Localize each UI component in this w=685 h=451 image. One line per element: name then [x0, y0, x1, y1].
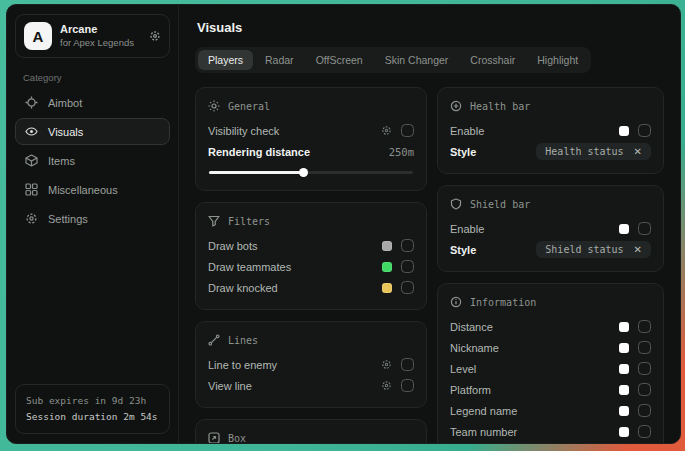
- app-subtitle: for Apex Legends: [60, 37, 141, 49]
- crosshair-icon: [25, 96, 38, 109]
- shield-enable-checkbox[interactable]: [638, 222, 651, 235]
- tab-skin-changer[interactable]: Skin Changer: [375, 50, 459, 70]
- sidebar-item-aimbot[interactable]: Aimbot: [15, 89, 170, 116]
- platform-checkbox[interactable]: [638, 383, 651, 396]
- setting-row-legend-name: Legend name: [450, 400, 651, 421]
- app-logo: A: [24, 22, 52, 50]
- sidebar-item-label: Items: [48, 155, 75, 167]
- card-box: Box Enable Enable background: [195, 419, 427, 444]
- slider-thumb[interactable]: [299, 168, 308, 177]
- subscription-info: Sub expires in 9d 23h Session duration 2…: [15, 384, 170, 434]
- brand-card: A Arcane for Apex Legends: [15, 14, 170, 58]
- line-icon: [208, 334, 220, 346]
- category-label: Category: [23, 72, 170, 83]
- gear-icon[interactable]: [381, 125, 392, 136]
- tab-highlight[interactable]: Highlight: [527, 50, 588, 70]
- tab-players[interactable]: Players: [198, 50, 253, 70]
- clear-icon[interactable]: ✕: [634, 245, 642, 255]
- setting-row-distance: Distance: [450, 316, 651, 337]
- clear-icon[interactable]: ✕: [634, 147, 642, 157]
- visibility-check-checkbox[interactable]: [401, 124, 414, 137]
- setting-row-draw-knocked: Draw knocked: [208, 277, 414, 298]
- color-swatch[interactable]: [382, 283, 392, 293]
- info-icon: [450, 296, 462, 308]
- grid-icon: [25, 183, 38, 196]
- distance-value: 250m: [389, 146, 414, 158]
- view-line-checkbox[interactable]: [401, 379, 414, 392]
- card-information: Information Distance Nickname: [437, 283, 664, 444]
- tab-offscreen[interactable]: OffScreen: [306, 50, 373, 70]
- color-swatch[interactable]: [382, 241, 392, 251]
- tab-crosshair[interactable]: Crosshair: [460, 50, 525, 70]
- app-name: Arcane: [60, 23, 141, 37]
- shield-icon: [450, 198, 462, 210]
- card-title: General: [228, 101, 270, 112]
- gear-icon[interactable]: [149, 30, 161, 42]
- main-panel: Visuals Players Radar OffScreen Skin Cha…: [179, 5, 680, 443]
- setting-row-level: Level: [450, 358, 651, 379]
- session-duration-text: Session duration 2m 54s: [26, 409, 159, 425]
- draw-knocked-checkbox[interactable]: [401, 281, 414, 294]
- team-number-checkbox[interactable]: [638, 425, 651, 438]
- gear-icon[interactable]: [381, 359, 392, 370]
- health-enable-checkbox[interactable]: [638, 124, 651, 137]
- card-general: General Visibility check Rendering dista…: [195, 87, 427, 191]
- funnel-icon: [208, 215, 220, 227]
- card-filters: Filters Draw bots Draw teammates: [195, 202, 427, 310]
- color-swatch[interactable]: [619, 224, 629, 234]
- level-checkbox[interactable]: [638, 362, 651, 375]
- card-title: Box: [228, 433, 246, 444]
- sun-icon: [208, 100, 220, 112]
- card-shield-bar: Shield bar Enable Style Shield status: [437, 185, 664, 272]
- gear-icon[interactable]: [381, 380, 392, 391]
- line-to-enemy-checkbox[interactable]: [401, 358, 414, 371]
- card-title: Health bar: [470, 101, 530, 112]
- card-title: Lines: [228, 335, 258, 346]
- sub-expires-text: Sub expires in 9d 23h: [26, 393, 159, 409]
- card-title: Shield bar: [470, 199, 530, 210]
- color-swatch[interactable]: [382, 262, 392, 272]
- color-swatch[interactable]: [619, 343, 629, 353]
- color-swatch[interactable]: [619, 385, 629, 395]
- card-title: Information: [470, 297, 536, 308]
- setting-row-rendering-distance: Rendering distance 250m: [208, 141, 414, 162]
- color-swatch[interactable]: [619, 126, 629, 136]
- setting-row-platform: Platform: [450, 379, 651, 400]
- setting-row-line-to-enemy: Line to enemy: [208, 354, 414, 375]
- gear-icon: [25, 212, 38, 225]
- setting-row-shield-style: Style Shield status ✕: [450, 239, 651, 260]
- health-style-select[interactable]: Health status ✕: [536, 143, 651, 160]
- card-lines: Lines Line to enemy View line: [195, 321, 427, 408]
- rendering-distance-slider[interactable]: [209, 168, 413, 177]
- cube-icon: [25, 154, 38, 167]
- sidebar-item-label: Miscellaneous: [48, 184, 118, 196]
- color-swatch[interactable]: [619, 427, 629, 437]
- distance-checkbox[interactable]: [638, 320, 651, 333]
- setting-row-draw-bots: Draw bots: [208, 235, 414, 256]
- nickname-checkbox[interactable]: [638, 341, 651, 354]
- eye-icon: [25, 125, 38, 138]
- sidebar-item-label: Settings: [48, 213, 88, 225]
- sidebar-item-label: Aimbot: [48, 97, 82, 109]
- color-swatch[interactable]: [619, 322, 629, 332]
- legend-name-checkbox[interactable]: [638, 404, 651, 417]
- sidebar: A Arcane for Apex Legends Category Aimbo…: [7, 5, 179, 443]
- sidebar-item-miscellaneous[interactable]: Miscellaneous: [15, 176, 170, 203]
- sidebar-item-settings[interactable]: Settings: [15, 205, 170, 232]
- tab-radar[interactable]: Radar: [255, 50, 304, 70]
- color-swatch[interactable]: [619, 364, 629, 374]
- color-swatch[interactable]: [619, 406, 629, 416]
- shield-style-select[interactable]: Shield status ✕: [536, 241, 651, 258]
- health-icon: [450, 100, 462, 112]
- setting-row-team-number: Team number: [450, 421, 651, 442]
- setting-row-visibility-check: Visibility check: [208, 120, 414, 141]
- setting-row-nickname: Nickname: [450, 337, 651, 358]
- card-title: Filters: [228, 216, 270, 227]
- sidebar-item-items[interactable]: Items: [15, 147, 170, 174]
- draw-teammates-checkbox[interactable]: [401, 260, 414, 273]
- setting-row-draw-teammates: Draw teammates: [208, 256, 414, 277]
- draw-bots-checkbox[interactable]: [401, 239, 414, 252]
- tab-bar: Players Radar OffScreen Skin Changer Cro…: [195, 47, 591, 73]
- setting-row-health-style: Style Health status ✕: [450, 141, 651, 162]
- sidebar-item-visuals[interactable]: Visuals: [15, 118, 170, 145]
